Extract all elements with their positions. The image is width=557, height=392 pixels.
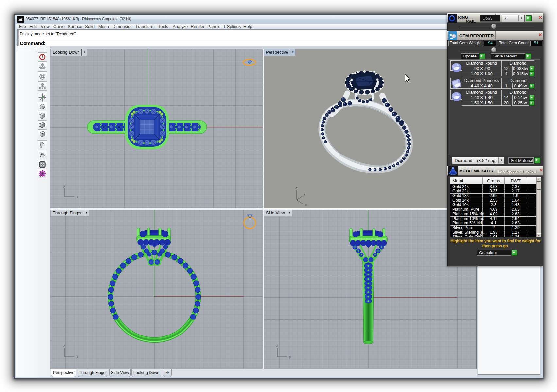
svg-text:y: y (303, 192, 306, 196)
svg-text:z: z (276, 343, 278, 348)
svg-text:x: x (76, 355, 79, 359)
svg-text:y: y (289, 355, 291, 359)
svg-text:x: x (76, 195, 79, 199)
svg-text:y: y (63, 183, 66, 188)
svg-text:z: z (63, 343, 65, 348)
svg-text:z: z (295, 186, 297, 190)
svg-text:x: x (305, 203, 307, 207)
